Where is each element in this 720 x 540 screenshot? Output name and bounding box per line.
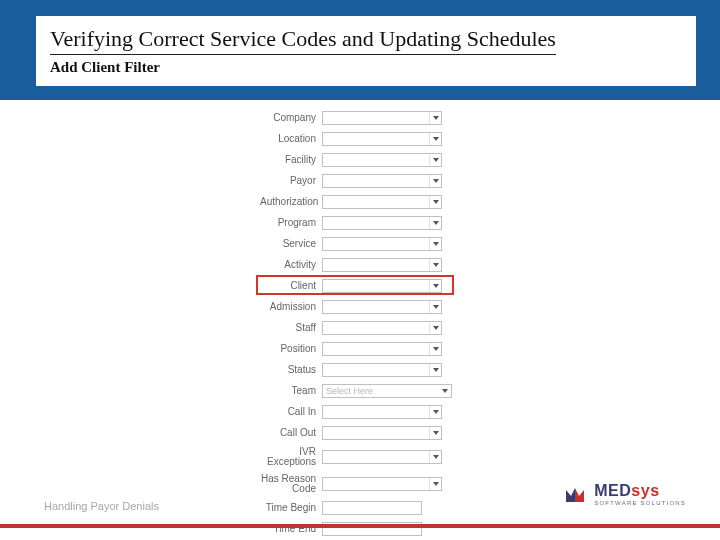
select-authorization[interactable] xyxy=(322,195,442,209)
page-subtitle: Add Client Filter xyxy=(50,59,682,76)
label-admission: Admission xyxy=(260,302,322,313)
filter-form: Company Location Facility Payor Authoriz… xyxy=(260,110,500,540)
chevron-down-icon xyxy=(439,385,451,397)
row-client: Client xyxy=(260,278,500,294)
select-staff[interactable] xyxy=(322,321,442,335)
chevron-down-icon xyxy=(429,196,441,208)
row-service: Service xyxy=(260,236,500,252)
select-service[interactable] xyxy=(322,237,442,251)
row-location: Location xyxy=(260,131,500,147)
slide: Verifying Correct Service Codes and Upda… xyxy=(0,0,720,540)
page-title: Verifying Correct Service Codes and Upda… xyxy=(50,26,556,55)
label-client: Client xyxy=(260,281,322,292)
chevron-down-icon xyxy=(429,112,441,124)
label-location: Location xyxy=(260,134,322,145)
chevron-down-icon xyxy=(429,406,441,418)
row-position: Position xyxy=(260,341,500,357)
chevron-down-icon xyxy=(429,154,441,166)
select-facility[interactable] xyxy=(322,153,442,167)
select-activity[interactable] xyxy=(322,258,442,272)
select-has-reason-code[interactable] xyxy=(322,477,442,491)
select-team[interactable]: Select Here xyxy=(322,384,452,398)
label-company: Company xyxy=(260,113,322,124)
row-admission: Admission xyxy=(260,299,500,315)
label-status: Status xyxy=(260,365,322,376)
label-call-in: Call In xyxy=(260,407,322,418)
title-block: Verifying Correct Service Codes and Upda… xyxy=(24,16,696,86)
chevron-down-icon xyxy=(429,280,441,292)
placeholder-team: Select Here xyxy=(323,386,439,396)
row-company: Company xyxy=(260,110,500,126)
row-activity: Activity xyxy=(260,257,500,273)
row-payor: Payor xyxy=(260,173,500,189)
brand-sys: sys xyxy=(631,482,659,499)
label-service: Service xyxy=(260,239,322,250)
footer-label: Handling Payor Denials xyxy=(44,500,159,512)
select-admission[interactable] xyxy=(322,300,442,314)
row-facility: Facility xyxy=(260,152,500,168)
label-activity: Activity xyxy=(260,260,322,271)
chevron-down-icon xyxy=(429,259,441,271)
label-position: Position xyxy=(260,344,322,355)
select-ivr-exceptions[interactable] xyxy=(322,450,442,464)
select-client[interactable] xyxy=(322,279,442,293)
chevron-down-icon xyxy=(429,322,441,334)
row-staff: Staff xyxy=(260,320,500,336)
chevron-down-icon xyxy=(429,133,441,145)
row-program: Program xyxy=(260,215,500,231)
chevron-down-icon xyxy=(429,364,441,376)
label-facility: Facility xyxy=(260,155,322,166)
label-program: Program xyxy=(260,218,322,229)
row-team: Team Select Here xyxy=(260,383,500,399)
chevron-down-icon xyxy=(429,427,441,439)
select-payor[interactable] xyxy=(322,174,442,188)
chevron-down-icon xyxy=(429,175,441,187)
medsys-logo: MEDsys SOFTWARE SOLUTIONS xyxy=(562,482,686,506)
row-authorization: Authorization xyxy=(260,194,500,210)
row-call-in: Call In xyxy=(260,404,500,420)
footer-red-line xyxy=(0,524,720,528)
footer: Handling Payor Denials MEDsys SOFTWARE S… xyxy=(0,490,720,528)
chevron-down-icon xyxy=(429,343,441,355)
select-call-out[interactable] xyxy=(322,426,442,440)
select-call-in[interactable] xyxy=(322,405,442,419)
chevron-down-icon xyxy=(429,301,441,313)
brand-tagline: SOFTWARE SOLUTIONS xyxy=(594,500,686,506)
select-location[interactable] xyxy=(322,132,442,146)
chevron-down-icon xyxy=(429,451,441,463)
row-ivr-exceptions: IVR Exceptions xyxy=(260,446,500,468)
label-authorization: Authorization xyxy=(260,197,322,208)
chevron-down-icon xyxy=(429,238,441,250)
chevron-down-icon xyxy=(429,478,441,490)
label-ivr-exceptions: IVR Exceptions xyxy=(260,447,322,468)
row-status: Status xyxy=(260,362,500,378)
chevron-down-icon xyxy=(429,217,441,229)
label-team: Team xyxy=(260,386,322,397)
label-staff: Staff xyxy=(260,323,322,334)
brand-med: MED xyxy=(594,482,631,499)
select-company[interactable] xyxy=(322,111,442,125)
row-call-out: Call Out xyxy=(260,425,500,441)
logo-text: MEDsys SOFTWARE SOLUTIONS xyxy=(594,483,686,506)
label-call-out: Call Out xyxy=(260,428,322,439)
select-position[interactable] xyxy=(322,342,442,356)
label-payor: Payor xyxy=(260,176,322,187)
select-program[interactable] xyxy=(322,216,442,230)
logo-mark-icon xyxy=(562,482,588,506)
select-status[interactable] xyxy=(322,363,442,377)
